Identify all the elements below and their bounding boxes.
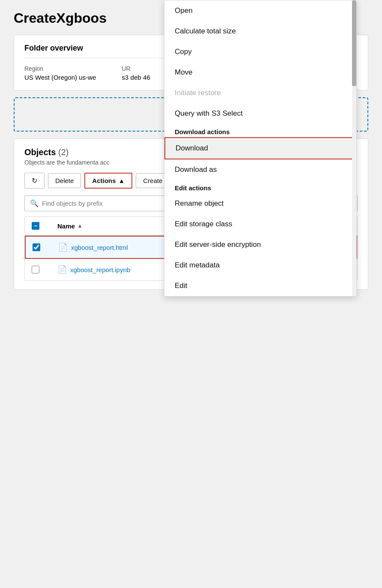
region-label: Region (24, 65, 96, 72)
region-value: US West (Oregon) us-we (24, 74, 96, 81)
actions-arrow-icon: ▲ (118, 177, 125, 184)
search-icon: 🔍 (30, 199, 39, 207)
menu-item-edit-storage-class[interactable]: Edit storage class (164, 214, 356, 234)
file-icon: 📄 (58, 243, 68, 252)
menu-item-rename-object[interactable]: Rename object (164, 193, 356, 214)
row-2-name: xgboost_report.ipynb (70, 266, 130, 273)
select-all-checkbox[interactable]: − (32, 222, 39, 230)
url-value: s3 (122, 74, 128, 81)
scrollbar-track (352, 0, 356, 296)
actions-label: Actions (92, 177, 116, 184)
menu-item-calculate-total-size[interactable]: Calculate total size (164, 21, 356, 42)
dropdown-items-container: OpenCalculate total sizeCopyMoveInitiate… (164, 0, 356, 296)
scrollbar-thumb[interactable] (352, 0, 356, 86)
url-label: UR (122, 65, 150, 72)
menu-item-edit-server-side-encryption[interactable]: Edit server-side encryption (164, 234, 356, 255)
row-1-name: xgboost_report.html (71, 244, 128, 251)
actions-button[interactable]: Actions ▲ (84, 173, 132, 189)
file-icon: 📄 (57, 265, 67, 274)
name-sort-icon[interactable]: ▲ (78, 223, 83, 229)
extra2-value: 46 (143, 74, 150, 81)
menu-item-open[interactable]: Open (164, 0, 356, 21)
extra1-value: deb (131, 74, 141, 81)
menu-item-edit-metadata[interactable]: Edit metadata (164, 255, 356, 276)
menu-item-copy[interactable]: Copy (164, 42, 356, 62)
delete-button[interactable]: Delete (48, 173, 81, 188)
menu-item-move[interactable]: Move (164, 62, 356, 83)
row-1-checkbox[interactable] (33, 243, 40, 251)
menu-item-edit[interactable]: Edit (164, 276, 356, 296)
menu-item-download-as[interactable]: Download as (164, 159, 356, 180)
refresh-button[interactable]: ↻ (24, 173, 45, 189)
menu-item-initiate-restore: Initiate restore (164, 83, 356, 103)
objects-count: (2) (58, 147, 69, 157)
col-name-label: Name (57, 222, 75, 230)
actions-dropdown-menu: OpenCalculate total sizeCopyMoveInitiate… (164, 0, 357, 297)
menu-section-label: Download actions (164, 124, 356, 137)
row-2-checkbox[interactable] (32, 266, 39, 273)
delete-label: Delete (55, 177, 74, 184)
menu-item-download[interactable]: Download (164, 137, 356, 159)
menu-item-query-with-s3-select[interactable]: Query with S3 Select (164, 103, 356, 124)
refresh-icon: ↻ (32, 177, 37, 185)
menu-section-label: Edit actions (164, 180, 356, 193)
